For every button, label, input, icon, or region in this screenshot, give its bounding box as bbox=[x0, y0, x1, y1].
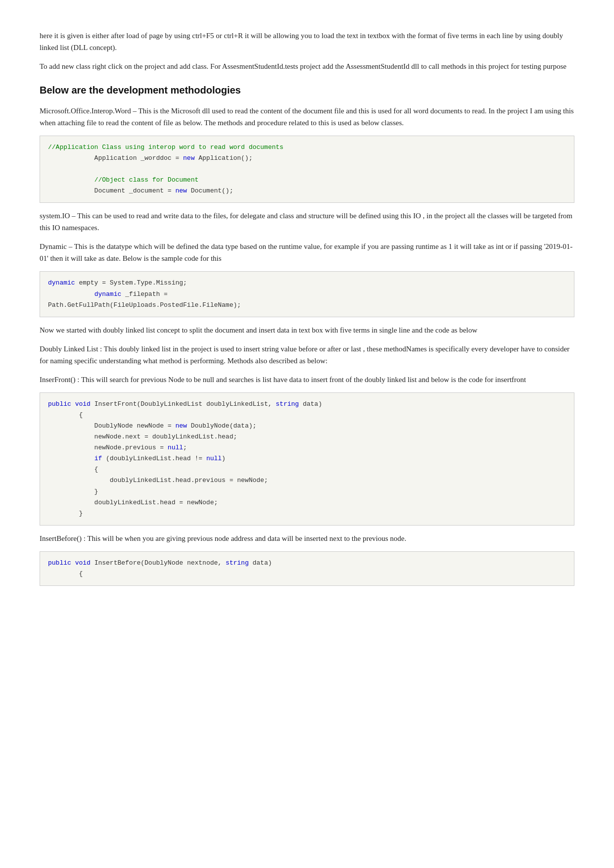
paragraph-6: Now we started with doubly linked list c… bbox=[40, 324, 574, 336]
code-block-interop: //Application Class using interop word t… bbox=[40, 136, 574, 203]
paragraph-4: system.IO – This can be used to read and… bbox=[40, 210, 574, 234]
code-block-insertfront: public void InsertFront(DoublyLinkedList… bbox=[40, 392, 574, 526]
paragraph-5: Dynamic – This is the datatype which wil… bbox=[40, 241, 574, 264]
paragraph-1: here it is given is either after load of… bbox=[40, 30, 574, 53]
paragraph-3: Microsoft.Office.Interop.Word – This is … bbox=[40, 105, 574, 129]
paragraph-9: InsertBefore() : This will be when you a… bbox=[40, 532, 574, 544]
section-heading-methodologies: Below are the development methodologies bbox=[40, 82, 574, 98]
code-block-insertbefore: public void InsertBefore(DoublyNode next… bbox=[40, 551, 574, 586]
paragraph-8: InserFront() : This will search for prev… bbox=[40, 374, 574, 386]
paragraph-2: To add new class right click on the proj… bbox=[40, 60, 574, 72]
paragraph-7: Doubly Linked List : This doubly linked … bbox=[40, 343, 574, 367]
code-block-dynamic: dynamic empty = System.Type.Missing; dyn… bbox=[40, 271, 574, 317]
